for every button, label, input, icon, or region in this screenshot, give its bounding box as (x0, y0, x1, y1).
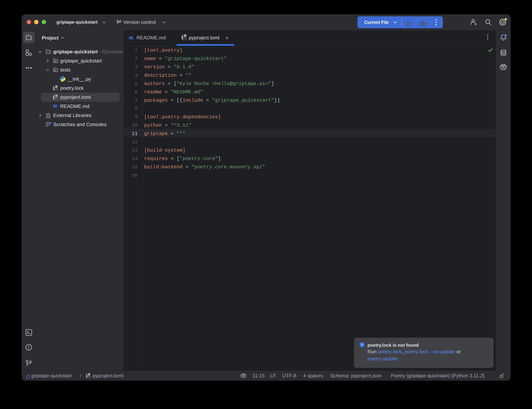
svg-text:[T]: [T] (55, 88, 58, 91)
svg-text:[T]: [T] (87, 375, 90, 379)
svg-text:[T]: [T] (183, 37, 187, 40)
svg-text:[T]: [T] (55, 97, 58, 100)
